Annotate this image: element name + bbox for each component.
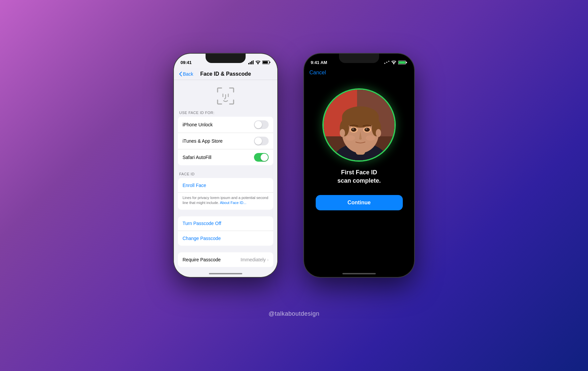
- svg-rect-16: [399, 61, 405, 64]
- phone-left: 09:41: [174, 54, 277, 277]
- wifi-icon: [255, 60, 261, 64]
- svg-rect-6: [270, 62, 271, 63]
- svg-point-11: [386, 62, 387, 63]
- safari-autofill-toggle[interactable]: [254, 153, 269, 162]
- chevron-icon: ›: [267, 257, 269, 262]
- face-id-group: Enroll Face Lines for privacy lorem ipsu…: [178, 178, 273, 210]
- svg-rect-3: [253, 60, 254, 64]
- face-id-icon-container: [174, 80, 277, 109]
- safari-autofill-label: Safari AutoFill: [183, 155, 211, 160]
- status-time-right: 9:41 AM: [311, 60, 327, 65]
- status-icons-right: [384, 60, 407, 65]
- svg-point-13: [393, 63, 394, 64]
- svg-point-29: [352, 128, 354, 130]
- home-indicator-right: [342, 273, 376, 274]
- notch-left: [206, 54, 246, 63]
- screen-right: 9:41 AM: [304, 54, 414, 277]
- svg-rect-0: [248, 63, 249, 64]
- notch-right: [339, 54, 379, 63]
- require-passcode-value: Immediately ›: [241, 257, 269, 262]
- scan-complete-text: First Face ID scan complete.: [337, 168, 381, 185]
- battery-icon: [262, 60, 271, 64]
- svg-rect-7: [263, 61, 268, 64]
- face-svg: [324, 90, 394, 160]
- require-passcode-group: Require Passcode Immediately ›: [178, 252, 273, 267]
- iphone-unlock-label: iPhone Unlock: [183, 122, 213, 127]
- svg-point-10: [384, 63, 385, 64]
- watermark: @talkaboutdesign: [269, 310, 319, 317]
- signal-icon-dark: [384, 60, 389, 64]
- wifi-icon-dark: [391, 60, 396, 64]
- enroll-face-button[interactable]: Enroll Face: [178, 178, 273, 193]
- main-container: 09:41: [174, 54, 414, 317]
- require-passcode-row[interactable]: Require Passcode Immediately ›: [178, 252, 273, 267]
- passcode-group: Turn Passcode Off Change Passcode: [178, 216, 273, 246]
- svg-point-4: [258, 63, 259, 64]
- svg-point-34: [376, 129, 381, 137]
- svg-rect-2: [251, 61, 252, 64]
- back-button[interactable]: Back: [179, 71, 193, 77]
- battery-icon-dark: [398, 60, 407, 65]
- toggle-knob-2: [255, 137, 262, 145]
- face-id-large-icon: [215, 85, 236, 107]
- itunes-label: iTunes & App Store: [183, 138, 223, 144]
- svg-rect-15: [406, 62, 407, 63]
- toggle-knob: [255, 121, 262, 128]
- svg-point-35: [346, 135, 355, 141]
- scan-complete-line2: scan complete.: [337, 177, 381, 184]
- use-face-id-group: iPhone Unlock iTunes & App Store: [178, 117, 273, 165]
- scan-complete-line1: First Face ID: [341, 169, 377, 176]
- use-face-id-label: USE FACE ID FOR:: [174, 109, 277, 117]
- itunes-row: iTunes & App Store: [178, 133, 273, 149]
- about-face-id-link[interactable]: About Face ID...: [220, 201, 246, 205]
- svg-point-36: [366, 135, 375, 141]
- back-label: Back: [183, 71, 193, 77]
- settings-content: USE FACE ID FOR: iPhone Unlock iTunes & …: [174, 80, 277, 274]
- face-photo: [324, 90, 394, 160]
- signal-icon: [248, 60, 254, 64]
- svg-point-12: [388, 61, 389, 62]
- change-passcode-button[interactable]: Change Passcode: [178, 231, 273, 246]
- status-icons-left: [248, 60, 271, 64]
- phones-row: 09:41: [174, 54, 414, 277]
- phone-right: 9:41 AM: [304, 54, 414, 277]
- continue-button[interactable]: Continue: [316, 195, 403, 210]
- safari-autofill-row: Safari AutoFill: [178, 149, 273, 165]
- dark-nav: Cancel: [304, 68, 414, 78]
- face-circle: [322, 88, 396, 162]
- require-passcode-label: Require Passcode: [183, 257, 221, 262]
- status-time-left: 09:41: [181, 60, 192, 65]
- svg-point-33: [340, 129, 345, 137]
- itunes-toggle[interactable]: [254, 137, 269, 145]
- svg-point-31: [364, 128, 370, 132]
- privacy-text: Lines for privacy lorem ipsum and a pote…: [178, 193, 273, 210]
- change-passcode-label: Change Passcode: [183, 236, 221, 241]
- iphone-unlock-row: iPhone Unlock: [178, 117, 273, 133]
- nav-bar-left: Back Face ID & Passcode: [174, 68, 277, 80]
- nav-title: Face ID & Passcode: [200, 71, 251, 77]
- cancel-button[interactable]: Cancel: [309, 70, 326, 76]
- iphone-unlock-toggle[interactable]: [254, 120, 269, 129]
- back-chevron-icon: [179, 72, 182, 76]
- svg-point-32: [366, 128, 367, 130]
- face-id-section-label: FACE ID: [174, 172, 277, 178]
- screen-left: 09:41: [174, 54, 277, 277]
- require-passcode-current: Immediately: [241, 257, 266, 262]
- home-indicator-left: [209, 273, 242, 274]
- svg-rect-1: [250, 62, 251, 64]
- svg-point-28: [351, 128, 356, 132]
- face-scan-area: First Face ID scan complete. Continue: [304, 78, 414, 217]
- toggle-knob-3: [261, 154, 268, 161]
- turn-passcode-off-label: Turn Passcode Off: [183, 221, 221, 226]
- turn-passcode-off-button[interactable]: Turn Passcode Off: [178, 216, 273, 231]
